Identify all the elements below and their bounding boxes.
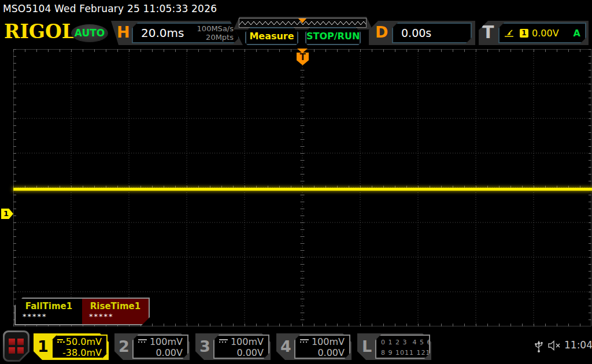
measurement-value: ***** bbox=[82, 312, 149, 321]
channel-scale: 50.0mV bbox=[66, 336, 102, 347]
trigger-screen[interactable]: 1 0.00V A bbox=[498, 23, 586, 43]
channel-number: 3 bbox=[195, 333, 214, 360]
channel-readout: 100mV 0.00V bbox=[294, 335, 350, 359]
channel-2-status-box[interactable]: 2 100mV 0.00V bbox=[114, 333, 190, 360]
channel-offset: 0.00V bbox=[219, 347, 264, 358]
grid-menu-icon bbox=[5, 332, 28, 360]
sample-rate: 100MSa/s bbox=[197, 24, 234, 33]
quick-menu-button[interactable] bbox=[3, 330, 29, 362]
delay-label: D bbox=[375, 23, 388, 41]
measurement-value: ***** bbox=[16, 312, 82, 321]
memory-depth: 20Mpts bbox=[206, 33, 234, 42]
stop-run-button[interactable]: STOP/RUN bbox=[305, 27, 361, 45]
measurement-falltime[interactable]: FallTime1 ***** bbox=[16, 299, 82, 324]
channel-number: 1 bbox=[34, 333, 53, 360]
measure-button[interactable]: Measure bbox=[245, 27, 298, 45]
horizontal-settings-box[interactable]: H 20.0ms 100MSa/s 20Mpts bbox=[111, 21, 243, 45]
channel-scale: 100mV bbox=[150, 336, 183, 347]
dc-coupling-icon bbox=[300, 339, 309, 346]
measurement-results-panel[interactable]: FallTime1 ***** RiseTime1 ***** bbox=[14, 298, 150, 325]
timebase-screen[interactable]: 20.0ms 100MSa/s 20Mpts bbox=[132, 23, 239, 43]
auto-mode-badge[interactable]: AUTO bbox=[71, 24, 108, 42]
trigger-level-value: 0.00V bbox=[532, 28, 559, 39]
logic-label: L bbox=[357, 333, 376, 360]
channel-readout: 50.0mV -38.0mV bbox=[51, 335, 108, 359]
logic-analyzer-status-box[interactable]: L 0 1 2 3 4 5 6 7 8 9 1011 12131415 bbox=[357, 333, 431, 360]
dc-coupling-icon bbox=[138, 339, 147, 346]
channel-readout: 100mV 0.00V bbox=[213, 335, 269, 359]
dc-coupling-icon bbox=[219, 339, 228, 346]
measurement-name: FallTime1 bbox=[16, 301, 82, 311]
channel-4-status-box[interactable]: 4 100mV 0.00V bbox=[276, 333, 352, 360]
oscilloscope-screen: MSO5104 Wed February 25 11:05:33 2026 RI… bbox=[0, 0, 592, 364]
trigger-source-chip: 1 bbox=[520, 29, 528, 38]
channel-1-trace[interactable] bbox=[13, 188, 592, 191]
channel-scale: 100mV bbox=[231, 336, 264, 347]
usb-icon bbox=[534, 339, 543, 353]
delay-screen[interactable]: 0.00s bbox=[392, 23, 472, 43]
channel-number: 2 bbox=[114, 333, 134, 360]
channel-offset: -38.0mV bbox=[57, 347, 102, 358]
memory-trigger-position-icon[interactable] bbox=[298, 18, 306, 23]
logic-channels-row1: 0 1 2 3 4 5 6 7 bbox=[381, 337, 424, 348]
channel-number: 4 bbox=[276, 333, 295, 360]
trigger-mode-auto: A bbox=[574, 28, 580, 39]
channel-offset: 0.00V bbox=[138, 347, 183, 358]
channel-readout: 100mV 0.00V bbox=[132, 335, 188, 359]
trigger-position-triangle-icon[interactable] bbox=[297, 49, 308, 53]
trigger-settings-box[interactable]: T 1 0.00V A bbox=[479, 21, 589, 45]
channel-1-status-box[interactable]: 1 50.0mV -38.0mV bbox=[34, 333, 109, 360]
rigol-logo: RIGOL bbox=[4, 21, 75, 43]
timebase-value: 20.0ms bbox=[141, 26, 184, 40]
sample-rate-readout: 100MSa/s 20Mpts bbox=[197, 24, 234, 42]
channel-3-status-box[interactable]: 3 100mV 0.00V bbox=[195, 333, 271, 360]
channel-offset: 0.00V bbox=[300, 347, 345, 358]
clock: 11:04 bbox=[564, 339, 592, 351]
dc-coupling-icon bbox=[57, 339, 63, 346]
logic-readout: 0 1 2 3 4 5 6 7 8 9 1011 12131415 bbox=[375, 335, 430, 359]
channel-scale: 100mV bbox=[312, 336, 345, 347]
logic-channels-row2: 8 9 1011 12131415 bbox=[381, 348, 424, 358]
channel-1-offset-marker[interactable]: 1 bbox=[1, 209, 13, 219]
falling-edge-icon bbox=[504, 29, 514, 38]
horizontal-label: H bbox=[117, 23, 130, 41]
trigger-label: T bbox=[482, 22, 494, 42]
speaker-muted-icon bbox=[547, 340, 561, 351]
window-title: MSO5104 Wed February 25 11:05:33 2026 bbox=[0, 0, 592, 17]
measurement-risetime[interactable]: RiseTime1 ***** bbox=[82, 299, 149, 324]
measurement-name: RiseTime1 bbox=[82, 301, 149, 311]
delay-settings-box[interactable]: D 0.00s bbox=[369, 21, 475, 45]
delay-value: 0.00s bbox=[401, 27, 431, 39]
